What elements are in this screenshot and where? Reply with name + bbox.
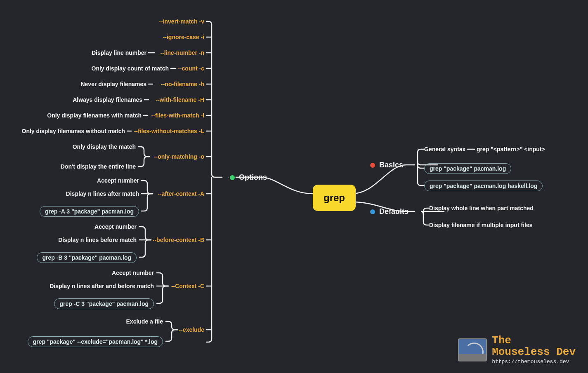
defaults-item-2: Display filename if multiple input files — [429, 222, 533, 228]
flag-before-context[interactable]: --before-context -B — [153, 237, 204, 243]
branch-basics[interactable]: Basics — [369, 161, 403, 169]
example-exclude: grep "package" --exclude="pacman.log" *.… — [28, 336, 163, 347]
basics-syntax-value: grep "<pattern>" <input> — [477, 146, 545, 152]
flag-line-number[interactable]: --line-number -n — [160, 49, 204, 56]
footer-logo: TheMouseless Dev https://themouseless.de… — [458, 335, 576, 365]
desc-before-2: Display n lines before match — [58, 237, 137, 243]
flag-ignore-case[interactable]: --ignore-case -i — [163, 34, 204, 40]
flag-with-filename[interactable]: --with-filename -H — [156, 96, 204, 103]
desc-after-2: Display n lines after match — [66, 190, 139, 197]
desc-after-1: Accept number — [97, 177, 139, 184]
branch-options[interactable]: Options — [229, 173, 267, 182]
flag-count[interactable]: --count -c — [178, 65, 204, 72]
desc-count: Only display count of match — [92, 65, 169, 72]
example-before: grep -B 3 "package" pacman.log — [37, 252, 137, 263]
branch-defaults[interactable]: Defaults — [369, 207, 409, 216]
desc-only-matching-2: Don't display the entire line — [61, 163, 136, 170]
logo-icon — [458, 338, 487, 361]
root-node-grep[interactable]: grep — [313, 185, 356, 211]
desc-context-2: Display n lines after and before match — [50, 283, 154, 289]
flag-no-filename[interactable]: --no-filename -h — [161, 81, 204, 87]
flag-files-without-matches[interactable]: --files-without-matches -L — [134, 128, 204, 134]
desc-files-with-match: Only display filenames with match — [47, 112, 142, 119]
basics-syntax-label: General syntax — [424, 146, 465, 152]
root-label: grep — [324, 192, 345, 203]
flag-invert-match[interactable]: --invert-match -v — [159, 18, 204, 25]
desc-before-1: Accept number — [94, 223, 137, 230]
desc-only-matching-1: Only display the match — [73, 143, 136, 150]
flag-after-context[interactable]: --after-context -A — [158, 190, 204, 197]
basics-example-2: grep "package" pacman.log haskell.log — [424, 181, 543, 191]
basics-example-1: grep "package" pacman.log — [424, 163, 511, 174]
desc-files-without-matches: Only display filenames without match — [22, 128, 125, 134]
desc-exclude: Exclude a file — [126, 318, 163, 325]
defaults-item-1: Display whole line when part matched — [429, 205, 534, 211]
example-after: grep -A 3 "package" pacman.log — [40, 206, 139, 217]
example-context: grep -C 3 "package" pacman.log — [54, 298, 154, 309]
flag-context[interactable]: --Context -C — [171, 283, 204, 289]
desc-line-number: Display line number — [92, 49, 146, 56]
dot-icon — [369, 162, 376, 169]
desc-no-filename: Never display filenames — [80, 81, 146, 87]
desc-context-1: Accept number — [112, 270, 154, 276]
desc-with-filename: Always display filenames — [73, 96, 142, 103]
flag-only-matching[interactable]: --only-matching -o — [154, 153, 204, 160]
footer-url: https://themouseless.dev — [492, 359, 576, 365]
flag-files-with-match[interactable]: --files-with-match -l — [151, 112, 204, 119]
flag-exclude[interactable]: --exclude — [179, 326, 204, 333]
dot-icon — [229, 174, 236, 181]
dot-icon — [369, 209, 376, 215]
